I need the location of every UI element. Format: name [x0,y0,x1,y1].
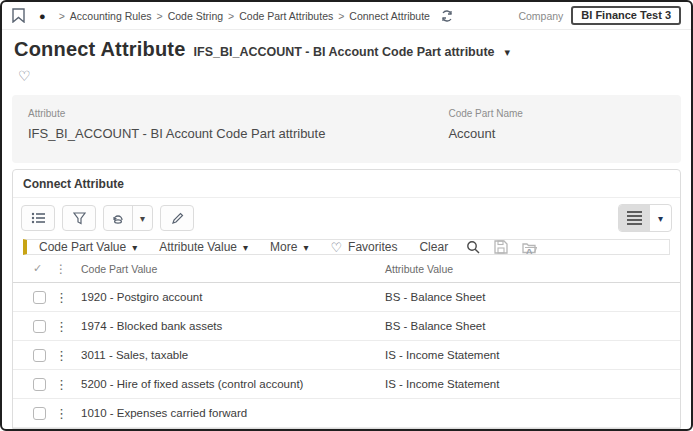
column-header-code-part-value[interactable]: Code Part Value [81,263,385,275]
funnel-icon [73,212,86,225]
column-header-attribute-value[interactable]: Attribute Value [385,263,680,275]
edit-button[interactable] [160,205,194,231]
breadcrumb-separator: > [228,10,234,22]
breadcrumb-code-string[interactable]: Code String [168,10,223,22]
refresh-icon[interactable] [440,9,454,23]
record-selector-caret-icon[interactable]: ▾ [505,46,511,59]
filter-chip-more[interactable]: More ▾ [270,240,308,254]
row-checkbox[interactable] [33,320,46,333]
attribute-label: Attribute [28,108,448,119]
view-mode-caret[interactable]: ▾ [650,205,671,231]
bookmark-icon[interactable] [12,8,25,23]
row-checkbox[interactable] [33,378,46,391]
actions-caret[interactable]: ▾ [132,206,152,230]
chevron-down-icon: ▾ [303,242,308,253]
list-icon [31,212,46,224]
actions-split-button[interactable]: ▾ [103,205,153,231]
filter-chip-code-part-value[interactable]: Code Part Value ▾ [39,240,137,254]
attribute-card: Attribute IFS_BI_ACCOUNT - BI Account Co… [12,95,681,163]
cell-attribute-value: BS - Balance Sheet [385,291,680,303]
breadcrumb-separator: > [338,10,344,22]
page-header: Connect Attribute IFS_BI_ACCOUNT - BI Ac… [2,30,691,61]
code-part-name-label: Code Part Name [448,108,522,119]
heart-icon: ♡ [330,241,342,254]
row-kebab-icon[interactable]: ⋮ [55,319,81,334]
filter-chip-attribute-value[interactable]: Attribute Value ▾ [159,240,248,254]
attribute-value: IFS_BI_ACCOUNT - BI Account Code Part at… [28,126,448,141]
clear-button[interactable]: Clear [419,240,448,254]
select-all-check-icon[interactable]: ✓ [13,262,55,275]
table-row[interactable]: ⋮ 1010 - Expenses carried forward [13,399,680,428]
row-checkbox[interactable] [33,407,46,420]
search-icon[interactable] [466,240,480,254]
table-row[interactable]: ⋮ 1974 - Blocked bank assets BS - Balanc… [13,312,680,341]
chevron-down-icon: ▾ [243,242,248,253]
save-filter-icon [494,240,508,254]
code-part-name-value: Account [448,126,522,141]
status-dot-icon: ● [39,10,46,22]
list-view-icon[interactable] [619,205,650,231]
table-header-row: ✓ ⋮ Code Part Value Attribute Value ^ [13,255,680,283]
filter-button[interactable] [62,205,96,231]
favorites-button[interactable]: ♡ Favorites [330,240,397,254]
connect-attribute-table: ✓ ⋮ Code Part Value Attribute Value ^ ⋮ … [13,255,680,428]
row-kebab-icon[interactable]: ⋮ [55,348,81,363]
row-kebab-icon[interactable]: ⋮ [55,290,81,305]
page-subtitle: IFS_BI_ACCOUNT - BI Account Code Part at… [194,45,495,59]
breadcrumb-accounting-rules[interactable]: Accounting Rules [70,10,152,22]
cell-code-part-value: 3011 - Sales, taxable [81,349,385,361]
breadcrumb-separator: > [157,10,163,22]
connect-attribute-section: Connect Attribute [12,169,681,429]
company-label: Company [518,10,563,22]
breadcrumb-separator: > [59,10,65,22]
collapse-panel-chevron-icon[interactable]: ^ [526,247,532,259]
app-window: ● > Accounting Rules > Code String > Cod… [0,0,693,431]
row-kebab-icon[interactable]: ⋮ [55,377,81,392]
table-row[interactable]: ⋮ 5200 - Hire of fixed assets (control a… [13,370,680,399]
cell-attribute-value: IS - Income Statement [385,349,680,361]
pencil-icon [171,212,184,225]
row-checkbox[interactable] [33,349,46,362]
header-kebab-icon[interactable]: ⋮ [55,262,81,276]
company-badge[interactable]: BI Finance Test 3 [571,6,681,25]
row-checkbox[interactable] [33,291,46,304]
chevron-down-icon: ▾ [132,242,137,253]
cell-attribute-value: IS - Income Statement [385,378,680,390]
top-navigation-bar: ● > Accounting Rules > Code String > Cod… [2,2,691,30]
search-filter-panel: Code Part Value ▾ Attribute Value ▾ More… [23,239,670,255]
cell-attribute-value: BS - Balance Sheet [385,320,680,332]
view-mode-button[interactable]: ▾ [618,204,672,232]
actions-icon[interactable] [104,206,132,230]
cell-code-part-value: 1920 - Postgiro account [81,291,385,303]
cell-code-part-value: 5200 - Hire of fixed assets (control acc… [81,378,385,390]
list-toolbar: ▾ ▾ [13,198,680,237]
breadcrumb-connect-attribute[interactable]: Connect Attribute [349,10,430,22]
table-row[interactable]: ⋮ 1920 - Postgiro account BS - Balance S… [13,283,680,312]
section-title: Connect Attribute [13,170,680,198]
row-kebab-icon[interactable]: ⋮ [55,406,81,421]
table-row[interactable]: ⋮ 3011 - Sales, taxable IS - Income Stat… [13,341,680,370]
cell-code-part-value: 1974 - Blocked bank assets [81,320,385,332]
cell-code-part-value: 1010 - Expenses carried forward [81,407,385,419]
page-title: Connect Attribute [14,38,186,61]
favorite-heart-icon[interactable]: ♡ [18,68,31,84]
breadcrumb-code-part-attributes[interactable]: Code Part Attributes [239,10,333,22]
multiselect-button[interactable] [21,205,55,231]
